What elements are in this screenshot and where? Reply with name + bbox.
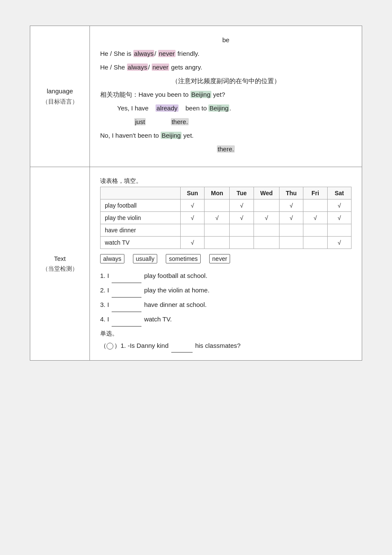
fill-question-4: 4. I watch TV.: [100, 312, 352, 327]
sentence-1: He / She is always/ never friendly.: [100, 47, 352, 60]
highlight-beijing-2: Beijing: [208, 104, 229, 112]
section-sublabel-language: （目标语言）: [42, 97, 78, 107]
cell-tv-thu: [279, 237, 303, 249]
highlight-beijing-1: Beijing: [190, 91, 211, 98]
fill-question-3: 3. I have dinner at school.: [100, 298, 352, 312]
schedule-table: Sun Mon Tue Wed Thu Fri Sat play footbal…: [100, 187, 352, 249]
table-instruction: 读表格，填空。: [100, 177, 352, 185]
highlight-there-2: there.: [217, 145, 235, 153]
cell-football-mon: [205, 199, 230, 212]
cell-violin-mon: √: [205, 212, 230, 224]
cell-violin-thu: √: [279, 212, 303, 224]
fill-question-1: 1. I play football at school.: [100, 269, 352, 283]
note-line: （注意对比频度副词的在句中的位置）: [100, 75, 352, 87]
col-header-fri: Fri: [303, 187, 327, 199]
function-sentence-label: 相关功能句：Have you been to Beijing yet?: [100, 88, 352, 101]
text-row: Text （当堂检测） 读表格，填空。 Sun Mon Tue Wed Thu …: [30, 167, 362, 360]
cell-dinner-mon: [205, 224, 230, 237]
cell-dinner-thu: [279, 224, 303, 237]
highlight-just: just: [134, 118, 146, 125]
col-header-tue: Tue: [230, 187, 254, 199]
col-header-sun: Sun: [180, 187, 204, 199]
section-label-text: Text: [54, 253, 66, 264]
freq-usually: usually: [133, 254, 158, 263]
mc-section-label: 单选。: [100, 330, 352, 338]
cell-football-thu: √: [279, 199, 303, 212]
cell-football-sun: √: [180, 199, 204, 212]
frequency-words-row: always usually sometimes never: [100, 254, 352, 263]
freq-never: never: [209, 254, 230, 263]
blank-1: [112, 269, 141, 283]
cell-tv-sun: √: [180, 237, 204, 249]
cell-football-sat: √: [327, 199, 351, 212]
cell-dinner-wed: [254, 224, 279, 237]
cell-violin-wed: √: [254, 212, 279, 224]
there-line: there.: [100, 143, 352, 156]
be-title: be: [100, 34, 352, 46]
blank-4: [112, 312, 141, 327]
col-header-sat: Sat: [327, 187, 351, 199]
cell-tv-wed: [254, 237, 279, 249]
cell-violin-sun: √: [180, 212, 204, 224]
yes-sentence: Yes, I have already been to Beijing.: [100, 102, 352, 115]
language-row: language （目标语言） be He / She is always/ n…: [30, 26, 362, 167]
activity-violin: play the violin: [101, 212, 181, 224]
section-label-language: language: [47, 86, 73, 97]
col-header-wed: Wed: [254, 187, 279, 199]
blank-2: [112, 283, 141, 298]
be-text: be: [222, 36, 230, 43]
right-col-language: be He / She is always/ never friendly. H…: [90, 26, 362, 167]
cell-dinner-sat: [327, 224, 351, 237]
cell-tv-tue: [230, 237, 254, 249]
cell-football-fri: [303, 199, 327, 212]
freq-always: always: [100, 254, 124, 263]
highlight-always-2: always: [127, 64, 148, 71]
cell-tv-sat: √: [327, 237, 351, 249]
section-sublabel-text: （当堂检测）: [42, 264, 78, 274]
cell-football-tue: √: [230, 199, 254, 212]
table-row: play the violin √ √ √ √ √ √ √: [101, 212, 352, 224]
blank-3: [112, 298, 141, 312]
cell-violin-fri: √: [303, 212, 327, 224]
table-row: play football √ √ √ √: [101, 199, 352, 212]
col-header-mon: Mon: [205, 187, 230, 199]
highlight-beijing-3: Beijing: [161, 132, 182, 139]
activity-dinner: have dinner: [101, 224, 181, 237]
mc-blank-1: [171, 339, 193, 353]
highlight-already: already: [156, 104, 178, 112]
just-there-line: just there.: [100, 116, 352, 128]
cell-tv-mon: [205, 237, 230, 249]
activity-football: play football: [101, 199, 181, 212]
col-header-thu: Thu: [279, 187, 303, 199]
cell-tv-fri: [303, 237, 327, 249]
cell-dinner-sun: [180, 224, 204, 237]
cell-violin-sat: √: [327, 212, 351, 224]
freq-sometimes: sometimes: [166, 254, 201, 263]
main-page: language （目标语言） be He / She is always/ n…: [30, 26, 362, 361]
cell-violin-tue: √: [230, 212, 254, 224]
highlight-never-2: never: [152, 64, 170, 71]
cell-football-wed: [254, 199, 279, 212]
sentence-2: He / She always/ never gets angry.: [100, 61, 352, 74]
left-col-language: language （目标语言）: [30, 26, 90, 167]
mc-circle-1: [107, 343, 113, 350]
highlight-never-1: never: [158, 50, 176, 57]
highlight-always-1: always: [133, 50, 155, 57]
col-header-activity: [101, 187, 181, 199]
fill-question-2: 2. I play the violin at home.: [100, 283, 352, 298]
cell-dinner-fri: [303, 224, 327, 237]
highlight-there-1: there.: [171, 118, 189, 125]
no-sentence: No, I haven't been to Beijing yet.: [100, 129, 352, 142]
table-row: watch TV √ √: [101, 237, 352, 249]
activity-tv: watch TV: [101, 237, 181, 249]
left-col-text: Text （当堂检测）: [30, 167, 90, 360]
table-row: have dinner: [101, 224, 352, 237]
right-col-text: 读表格，填空。 Sun Mon Tue Wed Thu Fri Sat: [90, 167, 362, 360]
cell-dinner-tue: [230, 224, 254, 237]
mc-question-1: （ ）1. -Is Danny kind his classmates?: [100, 339, 352, 353]
